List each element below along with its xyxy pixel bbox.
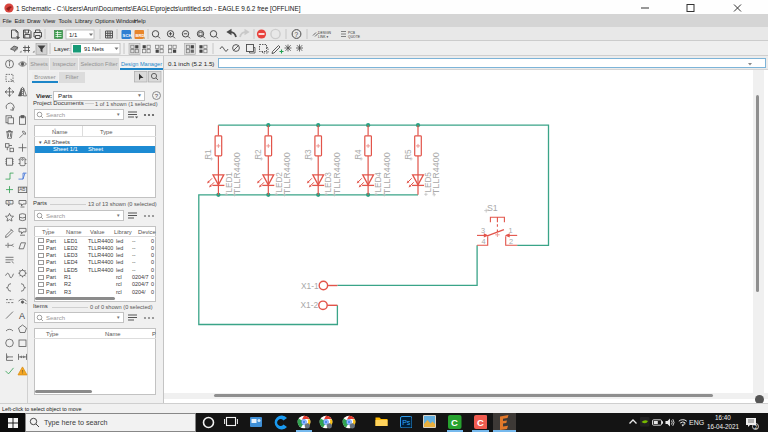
svg-text:C: C <box>477 416 484 427</box>
svg-text:SCH: SCH <box>123 33 132 38</box>
svg-text:N: N <box>8 201 11 205</box>
svg-text:TLLR4400: TLLR4400 <box>232 152 242 194</box>
svg-text:BRD: BRD <box>135 33 144 38</box>
svg-text:R5: R5 <box>404 149 413 160</box>
svg-text:R2: R2 <box>254 149 263 160</box>
svg-text:C: C <box>451 416 458 427</box>
svg-text:AB: AB <box>19 187 25 192</box>
svg-text:S1: S1 <box>487 203 498 213</box>
svg-text:TLLR4400: TLLR4400 <box>382 152 392 194</box>
svg-text:QUOTE: QUOTE <box>348 35 361 39</box>
svg-text:R4: R4 <box>354 149 363 160</box>
svg-text:91 Nets: 91 Nets <box>84 46 104 52</box>
svg-text:R3: R3 <box>304 149 313 160</box>
svg-text:Layer:: Layer: <box>54 46 71 52</box>
svg-text:A: A <box>19 311 25 321</box>
svg-text:X1-2: X1-2 <box>300 300 318 310</box>
svg-text:4: 4 <box>481 237 485 246</box>
svg-text:1: 1 <box>509 226 513 235</box>
svg-text:TLLR4400: TLLR4400 <box>431 152 441 194</box>
svg-text:R1: R1 <box>204 149 213 160</box>
svg-text:1/1: 1/1 <box>69 32 78 38</box>
svg-text:X1-1: X1-1 <box>301 281 319 291</box>
svg-text:LINK ▾: LINK ▾ <box>318 35 328 39</box>
svg-text:3: 3 <box>481 226 485 235</box>
svg-text:2: 2 <box>754 423 757 429</box>
svg-text:?: ? <box>295 31 299 38</box>
svg-text:2: 2 <box>509 237 513 246</box>
svg-text:Ps: Ps <box>402 419 411 426</box>
svg-text:TLLR4400: TLLR4400 <box>332 152 342 194</box>
svg-text:*: * <box>683 423 685 427</box>
svg-text:TLLR4400: TLLR4400 <box>282 152 292 194</box>
